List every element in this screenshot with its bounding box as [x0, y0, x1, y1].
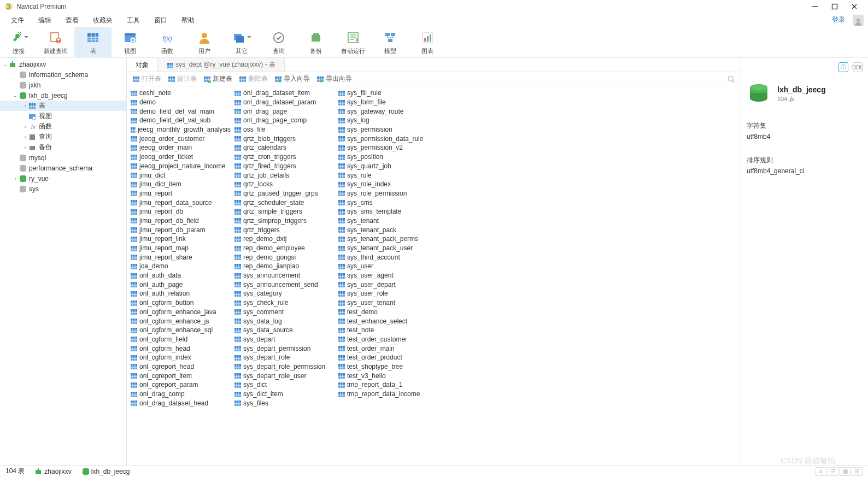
toolbar-query-button[interactable]: 查询: [260, 27, 297, 58]
table-row[interactable]: demo_field_def_val_sub: [127, 116, 231, 125]
table-row[interactable]: rep_demo_gongsi: [231, 252, 335, 262]
table-row[interactable]: qrtz_paused_trigger_grps: [231, 189, 335, 198]
tree-table-表[interactable]: ›表: [0, 101, 126, 111]
table-row[interactable]: onl_cgform_enhance_js: [127, 316, 231, 326]
view-detail-button[interactable]: ☰: [828, 467, 838, 476]
table-row[interactable]: oss_file: [231, 125, 335, 134]
table-row[interactable]: test_enhance_select: [335, 316, 438, 326]
menu-查看[interactable]: 查看: [59, 14, 85, 27]
table-row[interactable]: sys_dict: [231, 380, 335, 390]
table-row[interactable]: onl_drag_dataset_param: [231, 98, 335, 107]
table-row[interactable]: sys_depart_role: [231, 353, 335, 362]
table-row[interactable]: sys_depart_role_permission: [231, 362, 335, 372]
tree-backup-备份[interactable]: ›备份: [0, 142, 126, 152]
table-row[interactable]: sys_gateway_route: [335, 107, 438, 116]
login-link[interactable]: 登录: [829, 15, 848, 25]
table-row[interactable]: onl_cgform_enhance_sql: [127, 326, 231, 335]
table-row[interactable]: sys_tenant_pack: [335, 225, 438, 234]
menu-编辑[interactable]: 编辑: [32, 14, 58, 27]
view-er-button[interactable]: ⊞: [852, 467, 863, 476]
table-row[interactable]: sys_fill_rule: [335, 89, 438, 98]
table-row[interactable]: onl_drag_comp: [127, 390, 231, 399]
table-row[interactable]: sys_user_role: [335, 289, 438, 298]
export-wizard-button[interactable]: 导出向导: [316, 74, 352, 84]
tree-db-jxkh[interactable]: jxkh: [0, 80, 126, 90]
toolbar-other-button[interactable]: 其它: [223, 27, 260, 58]
table-row[interactable]: jimu_report_link: [127, 234, 231, 244]
table-row[interactable]: jimu_report_db_field: [127, 216, 231, 226]
table-row[interactable]: jeecg_order_customer: [127, 134, 231, 143]
toolbar-auto-run-button[interactable]: 自动运行: [335, 27, 372, 58]
ddl-badge-icon[interactable]: DDL: [853, 62, 863, 72]
table-row[interactable]: sys_quartz_job: [335, 162, 438, 171]
tree-db-mysql[interactable]: mysql: [0, 152, 126, 163]
tree-db-information_schema[interactable]: information_schema: [0, 69, 126, 80]
table-row[interactable]: jimu_report_data_source: [127, 198, 231, 207]
window-close-button[interactable]: [849, 2, 859, 11]
tree-db-ry_vue[interactable]: ›ry_vue: [0, 173, 126, 184]
table-row[interactable]: test_v3_hello: [335, 371, 438, 380]
table-row[interactable]: qrtz_job_details: [231, 170, 335, 180]
table-row[interactable]: jimu_dict_item: [127, 180, 231, 189]
table-row[interactable]: test_order_product: [335, 353, 438, 362]
toolbar-view-button[interactable]: 视图: [112, 27, 149, 58]
tab-objects[interactable]: 对象: [127, 58, 158, 72]
table-row[interactable]: tmp_report_data_income: [335, 390, 438, 399]
table-row[interactable]: jimu_dict: [127, 170, 231, 180]
table-row[interactable]: sys_role: [335, 170, 438, 180]
menu-工具[interactable]: 工具: [120, 14, 146, 27]
table-row[interactable]: qrtz_cron_triggers: [231, 152, 335, 162]
table-row[interactable]: sys_role_index: [335, 180, 438, 189]
view-grid-button[interactable]: ▦: [840, 467, 851, 476]
table-row[interactable]: onl_cgreport_head: [127, 362, 231, 372]
table-row[interactable]: onl_cgform_enhance_java: [127, 308, 231, 317]
table-row[interactable]: sys_permission_v2: [335, 143, 438, 152]
tree-conn-zhaojixxv[interactable]: ⌄zhaojixxv: [0, 59, 126, 69]
toolbar-table-button[interactable]: 表: [74, 27, 112, 58]
open-table-button[interactable]: 打开表: [132, 74, 161, 84]
tree-query-查询[interactable]: ›查询: [0, 132, 126, 142]
table-row[interactable]: rep_demo_employee: [231, 244, 335, 253]
table-row[interactable]: sys_tenant_pack_perms: [335, 234, 438, 244]
table-row[interactable]: qrtz_triggers: [231, 225, 335, 234]
table-row[interactable]: sys_permission: [335, 125, 438, 134]
design-table-button[interactable]: 设计表: [168, 74, 197, 84]
table-row[interactable]: rep_demo_jianpiao: [231, 262, 335, 271]
table-row[interactable]: sys_form_file: [335, 98, 438, 107]
table-row[interactable]: qrtz_blob_triggers: [231, 134, 335, 143]
tab-sys-dept[interactable]: sys_dept @ry_vue (zhaojixxv) - 表: [158, 58, 285, 72]
table-row[interactable]: sys_announcement: [231, 271, 335, 280]
table-row[interactable]: sys_user_agent: [335, 271, 438, 280]
table-row[interactable]: qrtz_calendars: [231, 143, 335, 152]
table-row[interactable]: sys_depart_permission: [231, 344, 335, 353]
toolbar-user-button[interactable]: 用户: [186, 27, 223, 58]
table-row[interactable]: sys_data_source: [231, 326, 335, 335]
table-row[interactable]: onl_cgform_head: [127, 344, 231, 353]
table-row[interactable]: onl_cgform_field: [127, 335, 231, 344]
table-row[interactable]: sys_user: [335, 262, 438, 271]
table-row[interactable]: demo: [127, 98, 231, 107]
table-row[interactable]: sys_category: [231, 289, 335, 298]
table-row[interactable]: test_order_customer: [335, 335, 438, 344]
toolbar-connection-button[interactable]: 连接: [0, 27, 37, 58]
table-row[interactable]: joa_demo: [127, 262, 231, 271]
table-row[interactable]: sys_sms_template: [335, 207, 438, 216]
tree-db-sys[interactable]: sys: [0, 184, 126, 194]
table-row[interactable]: onl_auth_page: [127, 280, 231, 289]
toolbar-new-query-button[interactable]: +新建查询: [37, 27, 74, 58]
toolbar-model-button[interactable]: 模型: [372, 27, 409, 58]
table-row[interactable]: sys_permission_data_rule: [335, 134, 438, 143]
table-row[interactable]: test_order_main: [335, 344, 438, 353]
table-row[interactable]: sys_sms: [335, 198, 438, 207]
table-row[interactable]: sys_dict_item: [231, 390, 335, 399]
table-row[interactable]: sys_check_rule: [231, 298, 335, 308]
window-maximize-button[interactable]: [830, 2, 840, 11]
search-icon[interactable]: [728, 75, 735, 83]
table-row[interactable]: sys_comment: [231, 308, 335, 317]
table-row[interactable]: onl_drag_dataset_head: [127, 398, 231, 408]
table-row[interactable]: ceshi_note: [127, 89, 231, 98]
info-badge-icon[interactable]: ⓘ: [838, 62, 848, 72]
table-row[interactable]: onl_cgform_button: [127, 298, 231, 308]
table-row[interactable]: sys_tenant_pack_user: [335, 244, 438, 253]
table-row[interactable]: jeecg_order_ticket: [127, 152, 231, 162]
